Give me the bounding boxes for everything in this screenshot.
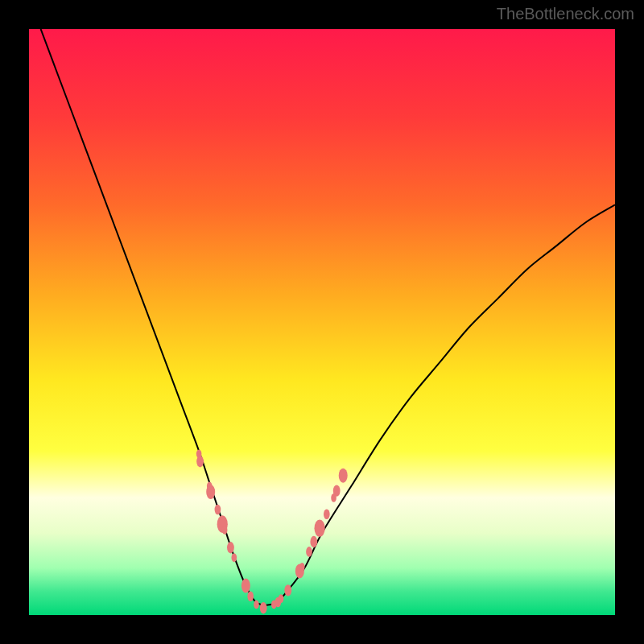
scatter-point xyxy=(232,553,237,562)
scatter-point xyxy=(333,485,341,496)
scatter-point xyxy=(242,579,250,593)
scatter-point xyxy=(310,536,317,547)
scatter-point xyxy=(260,602,267,613)
scatter-point xyxy=(222,526,228,535)
scatter-point xyxy=(254,600,259,609)
watermark-text: TheBottleneck.com xyxy=(497,5,634,23)
scatter-point xyxy=(206,485,215,499)
curve-overlay xyxy=(29,29,615,615)
scatter-point xyxy=(324,509,330,519)
scatter-point xyxy=(196,456,204,467)
scatter-point xyxy=(227,542,234,553)
scatter-point xyxy=(314,519,324,537)
scatter-point xyxy=(284,584,291,596)
scatter-point xyxy=(215,505,221,515)
scatter-point xyxy=(306,547,312,557)
scatter-point xyxy=(279,594,284,603)
scatter-points xyxy=(196,449,348,613)
chart-plot-area xyxy=(29,29,615,615)
scatter-point xyxy=(339,469,348,483)
scatter-point xyxy=(247,591,254,601)
scatter-point xyxy=(299,563,305,572)
